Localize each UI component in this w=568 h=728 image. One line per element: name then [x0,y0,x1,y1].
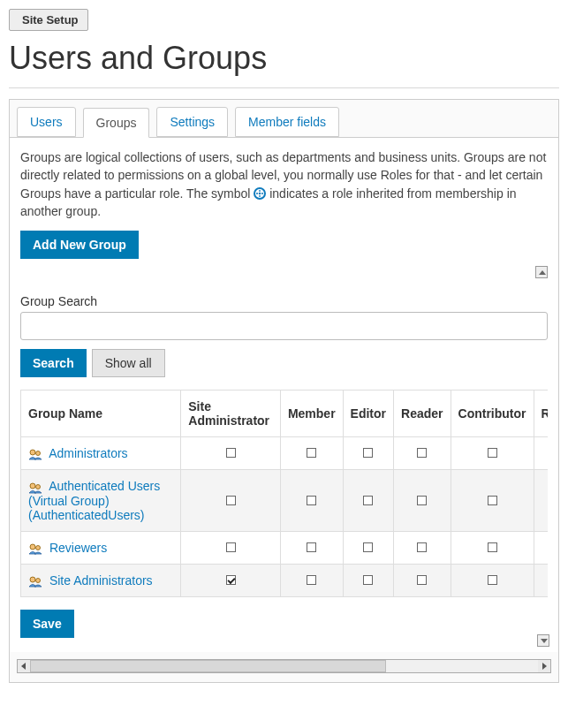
group-link[interactable]: Reviewers [49,541,107,555]
scroll-right-arrow-icon[interactable] [538,660,550,672]
description: Groups are logical collections of users,… [20,148,548,220]
role-checkbox-site_admin[interactable] [226,575,236,585]
role-checkbox-contributor[interactable] [488,542,497,552]
col-site-admin: Site Administrator [181,391,281,437]
tab-users[interactable]: Users [17,107,76,137]
col-group-name: Group Name [21,391,181,437]
table-row: Administrators [21,437,549,470]
role-checkbox-reader[interactable] [417,542,427,552]
horizontal-scroll-area [17,652,551,673]
group-search-input[interactable] [20,312,548,340]
role-checkbox-member[interactable] [307,542,316,552]
group-link[interactable]: Authenticated Users (Virtual Group) (Aut… [28,479,160,521]
group-icon [28,448,42,460]
svg-point-7 [30,577,35,582]
role-checkbox-reader[interactable] [417,496,427,505]
svg-point-6 [36,546,41,550]
group-link[interactable]: Site Administrators [49,573,153,588]
site-setup-back-label: Site Setup [22,13,79,27]
group-link[interactable]: Administrators [49,446,127,460]
table-row: Site Administrators [21,565,549,597]
svg-point-5 [30,544,35,550]
scroll-track[interactable] [30,660,538,672]
group-icon [28,575,42,588]
show-all-button[interactable]: Show all [92,349,165,377]
col-member: Member [280,391,343,437]
role-checkbox-member[interactable] [307,448,316,458]
collapse-toggle-up[interactable] [535,266,548,278]
svg-point-3 [30,483,35,489]
group-search-label: Group Search [20,294,548,308]
page-title: Users and Groups [9,40,559,77]
search-button[interactable]: Search [20,349,87,377]
role-checkbox-member[interactable] [307,496,316,505]
table-header-row: Group Name Site Administrator Member Edi… [21,391,549,437]
col-reviewer: Reviewer [534,391,548,437]
col-editor: Editor [343,391,393,437]
svg-point-8 [36,579,41,583]
role-checkbox-site_admin[interactable] [226,496,236,505]
role-checkbox-member[interactable] [307,575,316,585]
scroll-thumb[interactable] [30,660,386,672]
role-checkbox-contributor[interactable] [488,575,497,585]
group-icon [28,482,42,494]
tab-settings[interactable]: Settings [156,107,228,137]
role-checkbox-editor[interactable] [363,496,373,505]
role-checkbox-site_admin[interactable] [226,542,236,552]
add-new-group-button[interactable]: Add New Group [20,231,139,259]
role-checkbox-contributor[interactable] [488,448,497,458]
group-icon [28,542,42,555]
svg-point-2 [36,451,41,456]
role-checkbox-editor[interactable] [363,575,373,585]
inherited-role-icon [254,187,266,200]
tab-groups[interactable]: Groups [83,108,150,138]
role-checkbox-editor[interactable] [363,448,373,458]
divider [9,87,559,88]
table-row: Authenticated Users (Virtual Group) (Aut… [21,470,549,531]
groups-table: Group Name Site Administrator Member Edi… [20,390,548,597]
role-checkbox-editor[interactable] [363,542,373,552]
groups-table-scroll[interactable]: Group Name Site Administrator Member Edi… [20,390,548,597]
save-button[interactable]: Save [20,610,74,638]
site-setup-back-button[interactable]: Site Setup [9,9,88,31]
table-row: Reviewers [21,531,549,564]
col-contributor: Contributor [451,391,534,437]
tab-bar: Users Groups Settings Member fields [10,100,558,137]
horizontal-scrollbar[interactable] [17,659,551,673]
svg-point-1 [30,450,35,455]
content-panel: Users Groups Settings Member fields Grou… [9,99,559,683]
role-checkbox-site_admin[interactable] [226,448,236,458]
col-reader: Reader [394,391,451,437]
role-checkbox-reader[interactable] [417,448,427,458]
scroll-left-arrow-icon[interactable] [18,660,30,672]
tab-body: Groups are logical collections of users,… [10,137,558,652]
collapse-toggle-down[interactable] [537,634,549,647]
tab-member-fields[interactable]: Member fields [235,107,339,137]
role-checkbox-contributor[interactable] [488,496,497,505]
role-checkbox-reader[interactable] [417,575,427,585]
svg-point-0 [259,193,261,195]
svg-point-4 [36,484,41,489]
